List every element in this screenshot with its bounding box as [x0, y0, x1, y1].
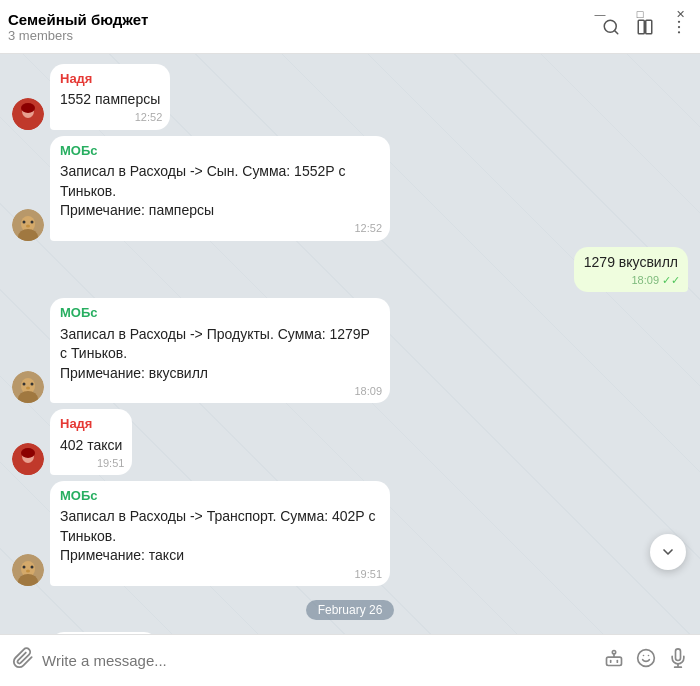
emoji-icon[interactable] — [636, 648, 656, 673]
message-bubble: 1279 вкусвилл18:09✓✓ — [574, 247, 688, 293]
window-controls: — □ ✕ — [580, 0, 700, 28]
sender-name: МОБс — [60, 142, 380, 160]
avatar-mobs — [12, 209, 44, 241]
mic-icon[interactable] — [668, 648, 688, 673]
scroll-to-bottom-button[interactable] — [650, 534, 686, 570]
chat-title: Семейный бюджет — [8, 11, 148, 28]
sender-name: МОБс — [60, 304, 380, 322]
message-bubble: Надя402 такси19:51 — [50, 409, 132, 475]
message-text: 1552 памперсы — [60, 90, 160, 110]
svg-point-66 — [638, 650, 655, 667]
svg-point-11 — [21, 103, 35, 113]
svg-point-16 — [23, 220, 26, 223]
sender-name: Надя — [60, 70, 160, 88]
message-row: Надя286 рыба нал11:42 — [12, 632, 688, 634]
svg-point-35 — [23, 566, 26, 569]
message-time: 18:09✓✓ — [631, 273, 680, 288]
message-row: МОБсЗаписал в Расходы -> Продукты. Сумма… — [12, 298, 688, 403]
chat-area: Надя1552 памперсы12:52МОБсЗаписал в Расх… — [0, 54, 700, 634]
input-right-icons — [604, 648, 688, 673]
avatar-nadya — [12, 443, 44, 475]
chat-wrapper: Надя1552 памперсы12:52МОБсЗаписал в Расх… — [0, 54, 700, 634]
message-bubble: Надя1552 памперсы12:52 — [50, 64, 170, 130]
message-row: МОБсЗаписал в Расходы -> Сын. Сумма: 155… — [12, 136, 688, 241]
maximize-button[interactable]: □ — [620, 0, 660, 28]
svg-line-1 — [614, 30, 617, 33]
svg-point-24 — [31, 383, 34, 386]
svg-point-30 — [21, 448, 35, 458]
message-bubble: МОБсЗаписал в Расходы -> Продукты. Сумма… — [50, 298, 390, 403]
message-bubble: Надя286 рыба нал11:42 — [50, 632, 158, 634]
message-bubble: МОБсЗаписал в Расходы -> Сын. Сумма: 155… — [50, 136, 390, 241]
message-time: 12:52 — [135, 110, 163, 125]
avatar-mobs — [12, 554, 44, 586]
avatar-mobs — [12, 371, 44, 403]
svg-rect-62 — [607, 657, 622, 665]
message-bubble: МОБсЗаписал в Расходы -> Транспорт. Сумм… — [50, 481, 390, 586]
message-time: 18:09 — [354, 384, 382, 399]
svg-point-63 — [612, 651, 615, 654]
date-divider: February 26 — [12, 600, 688, 620]
minimize-button[interactable]: — — [580, 0, 620, 28]
message-text: 1279 вкусвилл — [584, 253, 678, 273]
message-row: Надя402 такси19:51 — [12, 409, 688, 475]
message-time: 12:52 — [354, 221, 382, 236]
chat-subtitle: 3 members — [8, 28, 148, 43]
titlebar-left: Семейный бюджет 3 members — [8, 11, 148, 43]
svg-point-18 — [26, 224, 30, 227]
message-row: 1279 вкусвилл18:09✓✓ — [12, 247, 688, 293]
message-text: Записал в Расходы -> Транспорт. Сумма: 4… — [60, 507, 380, 566]
message-time: 19:51 — [354, 567, 382, 582]
message-input[interactable] — [42, 652, 596, 669]
svg-point-23 — [23, 383, 26, 386]
svg-point-17 — [31, 220, 34, 223]
bot-icon[interactable] — [604, 648, 624, 673]
svg-point-25 — [26, 387, 30, 390]
message-row: МОБсЗаписал в Расходы -> Транспорт. Сумм… — [12, 481, 688, 586]
close-button[interactable]: ✕ — [660, 0, 700, 28]
svg-point-6 — [678, 31, 680, 33]
date-divider-label: February 26 — [306, 600, 395, 620]
svg-point-36 — [31, 566, 34, 569]
message-row: Надя1552 памперсы12:52 — [12, 64, 688, 130]
message-time: 19:51 — [97, 456, 125, 471]
avatar-nadya — [12, 98, 44, 130]
message-text: Записал в Расходы -> Сын. Сумма: 1552Р с… — [60, 162, 380, 221]
attach-icon[interactable] — [12, 647, 34, 674]
read-receipt-icon: ✓✓ — [662, 273, 680, 288]
message-text: Записал в Расходы -> Продукты. Сумма: 12… — [60, 325, 380, 384]
input-bar — [0, 634, 700, 686]
sender-name: МОБс — [60, 487, 380, 505]
svg-point-37 — [26, 570, 30, 573]
message-text: 402 такси — [60, 436, 122, 456]
sender-name: Надя — [60, 415, 122, 433]
